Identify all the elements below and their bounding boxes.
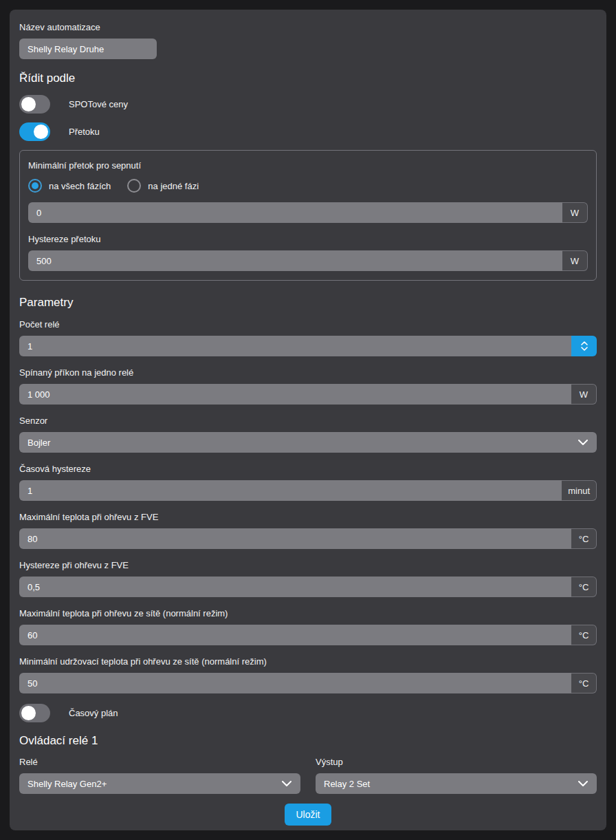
schedule-toggle[interactable] [19, 704, 50, 722]
max-temp-fve-label: Maximální teplota při ohřevu z FVE [19, 512, 597, 522]
celsius-unit-label: °C [571, 528, 597, 549]
overflow-toggle-label: Přetoku [69, 127, 100, 137]
sensor-select[interactable]: Bojler [19, 432, 597, 453]
min-temp-grid-label: Minimální udržovací teplota při ohřevu z… [19, 656, 597, 667]
radio-all-phases-label: na všech fázích [49, 181, 111, 191]
spot-price-toggle-label: SPOTové ceny [69, 99, 128, 109]
overflow-hysteresis-input-group: W [28, 250, 588, 271]
min-overflow-input[interactable] [28, 202, 562, 223]
overflow-toggle[interactable] [19, 122, 50, 141]
toggle-knob [21, 706, 36, 720]
automation-name-label: Název automatizace [19, 22, 597, 32]
relay-count-label: Počet relé [19, 319, 597, 330]
output-label: Výstup [316, 757, 597, 767]
celsius-unit-label: °C [571, 577, 597, 597]
radio-all-phases[interactable]: na všech fázích [28, 179, 111, 193]
power-per-relay-input[interactable] [19, 384, 571, 405]
power-per-relay-label: Spínaný příkon na jedno relé [19, 367, 597, 378]
hysteresis-fve-input[interactable] [19, 577, 571, 597]
spot-price-toggle[interactable] [19, 95, 50, 114]
time-hysteresis-row: Časová hystereze minut [19, 464, 597, 501]
time-hysteresis-label: Časová hystereze [19, 464, 597, 474]
minutes-unit-label: minut [562, 480, 597, 501]
overflow-toggle-row: Přetoku [19, 122, 597, 141]
watt-unit-label: W [562, 202, 588, 223]
min-overflow-input-group: W [28, 202, 588, 223]
relay-column: Relé Shelly Relay Gen2+ [19, 757, 300, 794]
spot-price-toggle-row: SPOTové ceny [19, 95, 597, 114]
watt-unit-label: W [562, 250, 588, 271]
hysteresis-fve-label: Hystereze při ohřevu z FVE [19, 560, 597, 570]
output-column: Výstup Relay 2 Set [316, 757, 597, 794]
stepper-up-icon[interactable] [581, 341, 588, 345]
overflow-settings-box: Minimální přetok pro sepnutí na všech fá… [19, 150, 597, 281]
overflow-hysteresis-input[interactable] [28, 250, 562, 271]
radio-one-phase[interactable]: na jedné fázi [127, 179, 199, 193]
min-temp-grid-input-group: °C [19, 673, 597, 693]
min-temp-grid-input[interactable] [19, 673, 571, 693]
chevron-down-icon [282, 781, 292, 786]
max-temp-fve-input[interactable] [19, 528, 571, 549]
radio-one-phase-label: na jedné fázi [148, 181, 199, 191]
time-hysteresis-input-group: minut [19, 480, 597, 501]
stepper-down-icon[interactable] [581, 347, 588, 351]
celsius-unit-label: °C [571, 625, 597, 645]
max-temp-grid-row: Maximální teplota při ohřevu ze sítě (no… [19, 608, 597, 645]
parameters-title: Parametry [19, 296, 597, 310]
max-temp-grid-label: Maximální teplota při ohřevu ze sítě (no… [19, 608, 597, 618]
schedule-toggle-row: Časový plán [19, 704, 597, 722]
celsius-unit-label: °C [571, 673, 597, 693]
relay-count-input[interactable] [19, 336, 571, 356]
max-temp-grid-input-group: °C [19, 625, 597, 645]
relay-output-columns: Relé Shelly Relay Gen2+ Výstup Relay 2 S… [19, 757, 597, 794]
max-temp-fve-row: Maximální teplota při ohřevu z FVE °C [19, 512, 597, 549]
sensor-label: Senzor [19, 416, 597, 426]
automation-settings-panel: Název automatizace Řídit podle SPOTové c… [10, 10, 606, 830]
hysteresis-fve-input-group: °C [19, 577, 597, 597]
output-select[interactable]: Relay 2 Set [316, 773, 597, 794]
relay-select-value: Shelly Relay Gen2+ [28, 779, 107, 789]
schedule-toggle-label: Časový plán [69, 708, 118, 718]
relay-select[interactable]: Shelly Relay Gen2+ [19, 773, 300, 794]
output-select-value: Relay 2 Set [324, 779, 370, 789]
radio-circle-icon [28, 179, 42, 193]
automation-name-input[interactable] [19, 39, 157, 59]
sensor-select-value: Bojler [28, 438, 50, 448]
max-temp-grid-input[interactable] [19, 625, 571, 645]
power-per-relay-input-group: W [19, 384, 597, 405]
sensor-row: Senzor Bojler [19, 416, 597, 453]
phase-radio-group: na všech fázích na jedné fázi [28, 179, 588, 193]
radio-circle-icon [127, 179, 141, 193]
relay-section-title: Ovládací relé 1 [19, 734, 597, 748]
toggle-knob [34, 125, 48, 139]
chevron-down-icon [578, 440, 588, 445]
relay-count-input-group [19, 336, 597, 356]
min-overflow-label: Minimální přetok pro sepnutí [28, 160, 588, 171]
relay-count-row: Počet relé [19, 319, 597, 356]
time-hysteresis-input[interactable] [19, 480, 562, 501]
toggle-knob [21, 97, 36, 111]
relay-label: Relé [19, 757, 300, 767]
min-temp-grid-row: Minimální udržovací teplota při ohřevu z… [19, 656, 597, 693]
overflow-hysteresis-label: Hystereze přetoku [28, 234, 588, 244]
control-by-title: Řídit podle [19, 72, 597, 85]
power-per-relay-row: Spínaný příkon na jedno relé W [19, 367, 597, 405]
max-temp-fve-input-group: °C [19, 528, 597, 549]
button-row: Uložit [19, 804, 597, 826]
chevron-down-icon [578, 781, 588, 786]
save-button[interactable]: Uložit [285, 804, 331, 826]
watt-unit-label: W [571, 384, 597, 405]
relay-count-stepper[interactable] [571, 336, 597, 356]
hysteresis-fve-row: Hystereze při ohřevu z FVE °C [19, 560, 597, 597]
